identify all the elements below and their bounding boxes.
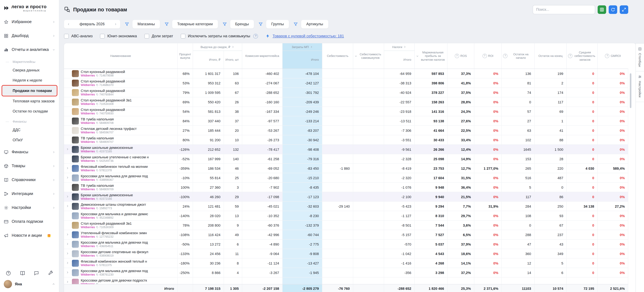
chat-icon[interactable] <box>34 270 39 276</box>
table-row[interactable]: Стол кухонный раздвижной 3в1Wildberries7… <box>64 221 628 230</box>
col-header-revenue-total[interactable]: Итого, ₽ <box>193 51 224 69</box>
table-row[interactable]: ТВ тумба напольнаяWildberries58480970910… <box>64 183 628 192</box>
sidebar-item-новости-и-акции[interactable]: Новости и акции <box>0 228 59 242</box>
row-expand-icon[interactable] <box>66 147 70 151</box>
help-icon[interactable]: ? <box>568 54 572 58</box>
col-header-gmroi[interactable]: ?GMROI <box>598 43 628 69</box>
row-expand-icon[interactable] <box>66 176 70 180</box>
filter-dropdown-магазины[interactable]: Магазины <box>132 20 160 28</box>
table-row[interactable]: Кроссовки для мальчика для девочки подWi… <box>64 240 628 249</box>
col-header-selfbuy-cost[interactable]: Себестоимость самовыкупов <box>353 43 384 69</box>
prev-month-button[interactable] <box>67 23 70 26</box>
panel-tab-столбцы[interactable]: Столбцы <box>636 43 644 72</box>
copy-icon[interactable] <box>96 254 98 257</box>
sidebar-item-тепловая-карта-заказов[interactable]: Тепловая карта заказов <box>0 96 59 106</box>
filter-dropdown-группы[interactable]: Группы <box>266 20 289 28</box>
col-header-margin[interactable]: Маржинальная прибыль за вычетом налогов <box>415 43 448 69</box>
sidebar-item-дашборд[interactable]: Дашборд <box>0 29 59 43</box>
collapse-column-icon[interactable] <box>416 55 419 57</box>
sidebar-item-неделя-к-неделе[interactable]: Неделя к неделе <box>0 75 59 85</box>
filter-dropdown-бренды[interactable]: Бренды <box>230 20 254 28</box>
book-icon[interactable] <box>20 270 25 276</box>
filter-funnel-icon[interactable] <box>124 22 129 26</box>
copy-icon[interactable] <box>96 179 98 181</box>
period-picker[interactable]: февраль 2026 <box>64 20 120 28</box>
zero-cost-link[interactable]: Товаров с нулевой себестоимостью: 181 <box>272 34 344 38</box>
copy-icon[interactable] <box>96 226 98 228</box>
table-row[interactable]: Флисовый комбинезон женский теплый нWild… <box>64 258 628 268</box>
help-icon[interactable]: ? <box>605 54 610 58</box>
col-group-mp-costs[interactable]: Затраты МП <box>282 43 322 51</box>
copy-icon[interactable] <box>96 245 98 247</box>
expand-group-icon[interactable] <box>310 46 313 48</box>
row-expand-icon[interactable] <box>66 270 70 275</box>
chevron-up-icon[interactable] <box>52 282 55 286</box>
table-scrollbar[interactable] <box>630 73 632 108</box>
filter-funnel-icon[interactable] <box>222 22 227 26</box>
row-expand-icon[interactable] <box>66 261 70 265</box>
table-row[interactable]: Кроссовки для мальчика для девочки подWi… <box>64 173 628 183</box>
sidebar-item-избранное[interactable]: Избранное <box>0 15 59 29</box>
sidebar-item-остатки-по-складам[interactable]: Остатки по складам <box>0 106 59 116</box>
table-row[interactable]: Кроссовки для мальчика для девочки подWi… <box>64 268 628 277</box>
col-group-revenue[interactable]: Выручка до скидок, ₽ <box>193 43 242 51</box>
help-icon[interactable]: ? <box>454 54 459 58</box>
next-month-button[interactable] <box>114 23 117 26</box>
table-row[interactable]: Стол кухонный раздвижнойWildberries74076… <box>64 88 628 97</box>
help-icon[interactable]: ? <box>253 34 258 38</box>
sidebar-item-ддс[interactable]: ДДС <box>0 125 59 135</box>
col-header-commission[interactable]: Комиссия маркетплейса <box>242 43 282 69</box>
copy-icon[interactable] <box>96 283 98 284</box>
table-row[interactable]: Стол кухонный раздвижнойWildberries71468… <box>64 78 628 88</box>
col-header-roi[interactable]: ?ROI <box>474 43 502 69</box>
help-icon[interactable]: ? <box>503 54 508 58</box>
checkbox-box[interactable] <box>64 34 69 38</box>
checkbox-box[interactable] <box>180 34 185 38</box>
filter-dropdown-товарные-категории[interactable]: Товарные категории <box>172 20 218 28</box>
checkbox-option[interactable]: Доли затрат <box>144 34 173 38</box>
table-row[interactable]: Кроссовки детские для девочки подросткWi… <box>64 277 628 284</box>
row-expand-icon[interactable] <box>66 204 70 208</box>
sidebar-item-финансы[interactable]: Финансы <box>0 145 59 159</box>
collapse-column-icon[interactable] <box>354 55 357 57</box>
copy-icon[interactable] <box>96 169 98 172</box>
col-header-buyout[interactable]: Процент выкупа <box>178 43 193 69</box>
panel-tab-настройки[interactable]: Настройки <box>636 72 644 102</box>
table-row[interactable]: Стол кухонный раздвижнойWildberries74075… <box>64 107 628 116</box>
copy-icon[interactable] <box>96 74 98 77</box>
expand-fullscreen-button[interactable] <box>620 5 628 14</box>
search-input[interactable] <box>533 5 595 14</box>
table-row[interactable]: Стеллаж детский лесенка труфастWildberri… <box>64 126 628 135</box>
copy-icon[interactable] <box>96 198 98 200</box>
filter-funnel-icon[interactable] <box>164 22 169 26</box>
checkbox-box[interactable] <box>100 34 105 38</box>
row-expand-icon[interactable] <box>66 251 70 256</box>
sidebar-item-опиу[interactable]: ОПиУ <box>0 135 59 145</box>
col-header-stock-end[interactable]: Остаток на конец <box>534 43 567 69</box>
filter-funnel-icon[interactable] <box>258 22 263 26</box>
checkbox-option[interactable]: Исключить затраты на самовыкупы? <box>180 34 258 38</box>
copy-icon[interactable] <box>96 103 98 105</box>
col-header-revenue-qty[interactable]: Итого, шт <box>224 51 242 69</box>
col-header-name[interactable]: Наименование <box>64 43 178 69</box>
copy-icon[interactable] <box>96 93 98 96</box>
checkbox-option[interactable]: Юнит-экономика <box>100 34 137 38</box>
table-row[interactable]: Стол кухонный раздвижнойWildberries71467… <box>64 69 628 78</box>
copy-icon[interactable] <box>96 264 98 266</box>
copy-icon[interactable] <box>96 150 98 153</box>
refresh-button[interactable] <box>609 5 617 14</box>
table-row[interactable]: Брюки школьные демисезонныеWildberries41… <box>64 145 628 154</box>
row-expand-icon[interactable] <box>66 195 70 199</box>
sidebar-item-отчеты-и-аналитика[interactable]: Отчеты и аналитика <box>0 43 59 57</box>
col-header-stock-start[interactable]: ?Остаток на начало <box>502 43 534 69</box>
copy-icon[interactable] <box>96 122 98 124</box>
wrench-icon[interactable] <box>48 270 53 276</box>
copy-icon[interactable] <box>96 141 98 143</box>
row-expand-icon[interactable] <box>66 166 70 170</box>
col-header-cost[interactable]: Себестоимость <box>322 43 353 69</box>
col-header-mp-total[interactable]: Итого <box>282 51 322 69</box>
copy-icon[interactable] <box>96 235 98 238</box>
table-row[interactable]: Брюки школьные утепленные с начесом нWil… <box>64 154 628 164</box>
sidebar-item-справочники[interactable]: Справочники <box>0 173 59 187</box>
row-expand-icon[interactable] <box>66 242 70 246</box>
